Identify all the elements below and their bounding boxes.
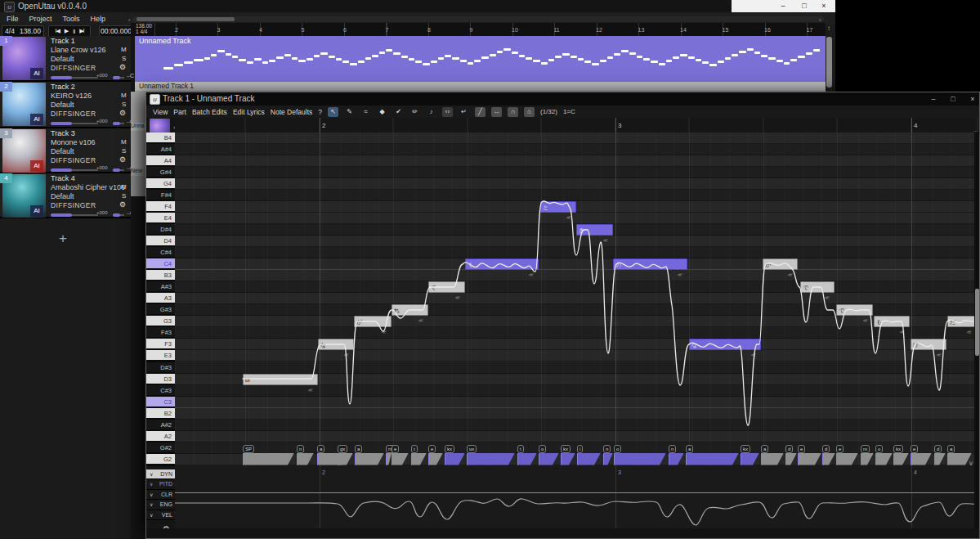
phoneme-bar[interactable] [243,453,294,465]
piano-key-ds4[interactable]: D#4 [146,224,175,235]
timeline-hscrollbar[interactable] [132,16,824,22]
menu-item-note-defaults[interactable]: Note Defaults [271,108,313,116]
snap-division-label[interactable]: (1/32) [540,108,557,115]
piano-key-g4[interactable]: G4 [146,178,175,189]
piano-key-cs4[interactable]: C#4 [146,247,175,258]
chevron-down-icon[interactable]: ∨ [150,490,153,500]
track-singer[interactable]: KEIRO v126 [51,92,92,100]
phoneme-label[interactable]: kx [893,445,903,453]
note[interactable]: く [465,258,539,270]
piano-key-c3[interactable]: C3 [146,397,175,407]
menu-item-project[interactable]: Project [29,15,52,23]
chevron-down-icon[interactable]: ∨ [150,479,153,489]
phoneme-label[interactable]: o [614,445,621,453]
note[interactable]: な [318,339,354,350]
vibrato-mark[interactable]: ≪ [454,294,459,300]
chevron-down-icon[interactable]: ∨ [150,510,153,520]
volume-slider[interactable] [51,122,72,125]
track-vscrollbar[interactable] [826,34,832,92]
play-icon[interactable]: ▶ [65,28,68,34]
piano-key-f3[interactable]: F3 [146,339,175,349]
expression-row-pitd[interactable]: ∨PITD [146,479,175,489]
note[interactable]: の [613,258,687,270]
note[interactable]: と [540,201,576,213]
track-vscroll-thumb[interactable] [826,37,832,88]
note[interactable]: で [836,304,873,316]
piano-key-f4[interactable]: F4 [146,201,175,212]
track-preset[interactable]: Default [51,101,74,109]
piano-key-d3[interactable]: D3 [146,374,175,384]
slash-tool-icon[interactable]: ╱ [475,107,486,117]
volume-slider[interactable] [51,168,72,172]
piano-key-gs4[interactable]: G#4 [146,167,175,177]
track-panel[interactable]: 2AITrack 2KEIRO v126DefaultDIFFSINGERMS⚙… [0,82,131,128]
piano-roll-titlebar[interactable]: u Track 1 - Unnamed Track – □ × [146,92,980,106]
tips-icon[interactable]: ‹› [442,107,453,117]
phoneme-label[interactable]: kx [741,445,750,453]
eraser-tool-icon[interactable]: ◆ [377,107,387,117]
note[interactable]: け [911,339,946,350]
vibrato-mark[interactable]: ≪ [824,294,829,300]
pan-slider[interactable] [113,213,120,217]
menu-item-file[interactable]: File [7,15,19,23]
vibrato-mark[interactable]: ≪ [936,352,941,357]
close-icon[interactable]: × [964,93,980,105]
piano-key-c4[interactable]: C4 [146,258,175,269]
gear-icon[interactable]: ⚙ [119,155,126,164]
track-singer[interactable]: Llane Crow v126 [51,46,106,54]
track-panel[interactable]: 4AITrack 4Amaboshi Cipher v106DefaultDIF… [0,173,131,218]
note[interactable]: か [763,258,798,270]
note[interactable]: br [243,374,318,385]
track-vscroll-icon[interactable]: ↕ [827,25,830,32]
phoneme-label[interactable]: o [875,445,883,453]
phoneme-label[interactable]: i [577,445,583,453]
volume-slider[interactable] [51,76,72,79]
solo-button[interactable]: S [122,192,126,200]
vibrato-mark[interactable]: ≪ [307,387,312,393]
volume-slider[interactable] [51,213,72,217]
phoneme-label[interactable]: e [911,445,918,453]
gear-icon[interactable]: ⚙ [119,200,126,209]
phoneme-label[interactable]: kx [561,445,571,453]
piano-key-as3[interactable]: A#3 [146,281,175,292]
pan-slider[interactable] [113,122,120,125]
track-preset[interactable]: Default [51,192,74,200]
piano-key-g2[interactable]: G2 [146,454,175,465]
piano-roll-vscroll-thumb[interactable] [975,289,979,356]
piano-key-a3[interactable]: A3 [146,293,175,303]
tempo-box[interactable]: 4/4 138.00 [2,25,44,37]
vibrato-mark[interactable]: ≪ [528,272,533,277]
home-icon[interactable]: ⌂ [524,107,535,117]
maximize-icon[interactable]: □ [794,1,814,11]
expression-panel[interactable]: 234 [175,465,980,528]
vibrato-mark[interactable]: ≪ [566,214,571,220]
piano-key-b4[interactable]: B4 [146,133,175,143]
phoneme-label[interactable]: e [428,445,436,453]
menu-item-tools[interactable]: Tools [63,15,80,23]
vibrato-mark[interactable]: ≪ [381,329,386,335]
draw-pen-icon[interactable]: ✏ [409,107,420,117]
piano-key-a4[interactable]: A4 [146,155,175,166]
vibrato-mark[interactable]: ≪ [602,237,607,243]
phoneme-bar[interactable] [686,453,739,465]
menu-item-?[interactable]: ? [318,108,322,116]
gear-icon[interactable]: ⚙ [119,63,126,71]
phoneme-label[interactable]: t [411,445,418,453]
maximize-icon[interactable]: □ [944,93,962,105]
expression-row-eng[interactable]: ∨ENG [146,500,175,510]
piano-key-as4[interactable]: A#4 [146,144,175,155]
phoneme-label[interactable]: a [947,445,955,453]
phoneme-label[interactable]: n [669,445,676,453]
pan-slider[interactable] [113,76,120,79]
mute-button[interactable]: M [121,183,127,191]
piano-keys[interactable]: B4A#4A4G#4G4F#4F4E4D#4D4C#4C4B3A#3A3G#3G… [146,133,175,466]
vibrato-mark[interactable]: ≪ [418,317,423,323]
chevron-down-icon[interactable]: ∨ [150,469,153,479]
expression-row-dyn[interactable]: ∨DYN [146,469,175,479]
track-preset[interactable]: Default [51,147,74,155]
vibrato-mark[interactable]: ≪ [343,352,348,357]
piano-roll-vscrollbar[interactable] [974,132,980,528]
piano-key-b2[interactable]: B2 [146,408,175,419]
piano-roll-ruler[interactable]: 234 [175,118,980,133]
vibrato-mark[interactable]: ≪ [677,272,682,277]
